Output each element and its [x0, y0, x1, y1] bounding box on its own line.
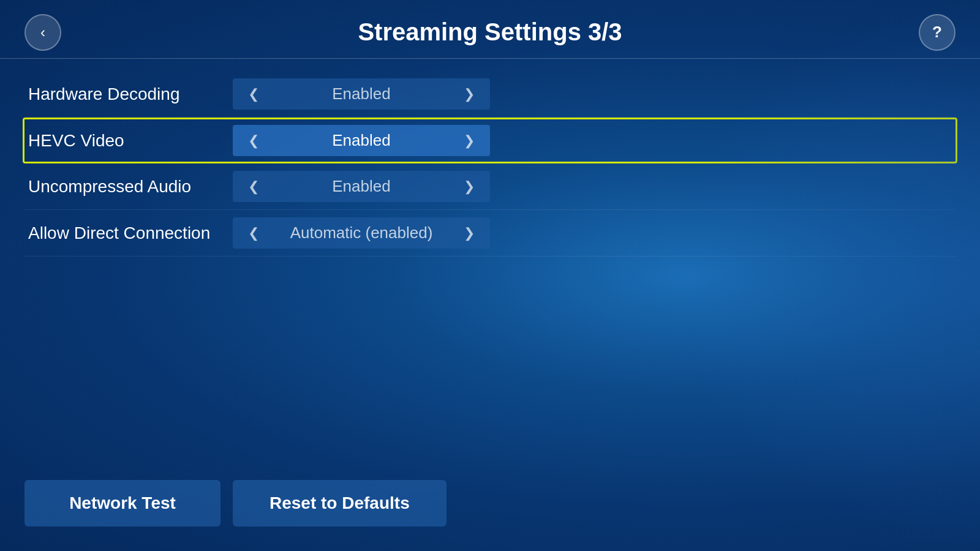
bottom-buttons: Network Test Reset to Defaults — [24, 480, 447, 527]
arrow-left-allow-direct-connection[interactable]: ❮ — [242, 225, 265, 241]
help-icon: ? — [932, 23, 942, 42]
network-test-button[interactable]: Network Test — [24, 480, 221, 527]
setting-label-uncompressed-audio: Uncompressed Audio — [24, 177, 233, 197]
arrow-left-hevc-video[interactable]: ❮ — [242, 133, 265, 149]
page-title: Streaming Settings 3/3 — [358, 18, 622, 46]
setting-value-uncompressed-audio: Enabled — [265, 177, 458, 196]
setting-label-hardware-decoding: Hardware Decoding — [24, 84, 233, 104]
setting-value-hardware-decoding: Enabled — [265, 84, 458, 103]
reset-to-defaults-button[interactable]: Reset to Defaults — [233, 480, 447, 527]
header-divider — [0, 58, 980, 59]
setting-value-allow-direct-connection: Automatic (enabled) — [265, 223, 458, 242]
arrow-right-allow-direct-connection[interactable]: ❯ — [458, 225, 481, 241]
settings-container: Hardware Decoding ❮ Enabled ❯ HEVC Video… — [0, 65, 980, 263]
arrow-right-hardware-decoding[interactable]: ❯ — [458, 86, 481, 102]
header: ‹ Streaming Settings 3/3 ? — [0, 0, 980, 58]
setting-label-allow-direct-connection: Allow Direct Connection — [24, 223, 233, 243]
setting-label-hevc-video: HEVC Video — [24, 131, 233, 151]
back-button[interactable]: ‹ — [24, 14, 61, 51]
setting-value-hevc-video: Enabled — [265, 131, 458, 150]
help-button[interactable]: ? — [919, 14, 956, 51]
arrow-left-uncompressed-audio[interactable]: ❮ — [242, 179, 265, 195]
setting-row-allow-direct-connection: Allow Direct Connection ❮ Automatic (ena… — [24, 210, 956, 257]
setting-row-hevc-video: HEVC Video ❮ Enabled ❯ — [23, 118, 957, 163]
setting-row-hardware-decoding: Hardware Decoding ❮ Enabled ❯ — [24, 71, 956, 118]
setting-control-hevc-video: ❮ Enabled ❯ — [233, 125, 490, 156]
arrow-right-uncompressed-audio[interactable]: ❯ — [458, 179, 481, 195]
back-icon: ‹ — [40, 24, 45, 41]
arrow-left-hardware-decoding[interactable]: ❮ — [242, 86, 265, 102]
setting-row-uncompressed-audio: Uncompressed Audio ❮ Enabled ❯ — [24, 163, 956, 210]
setting-control-uncompressed-audio: ❮ Enabled ❯ — [233, 171, 490, 202]
setting-control-allow-direct-connection: ❮ Automatic (enabled) ❯ — [233, 217, 490, 249]
setting-control-hardware-decoding: ❮ Enabled ❯ — [233, 78, 490, 110]
arrow-right-hevc-video[interactable]: ❯ — [458, 133, 481, 149]
